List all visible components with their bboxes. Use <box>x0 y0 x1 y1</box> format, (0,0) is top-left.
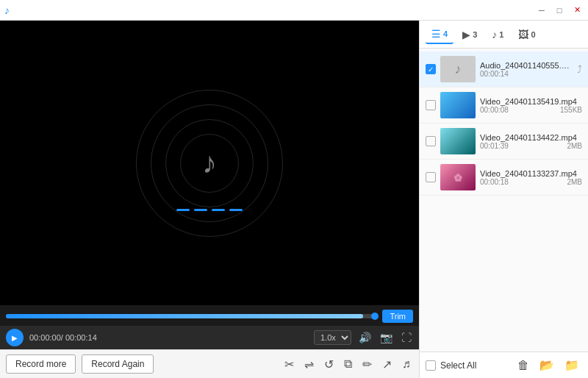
file-checkbox-3[interactable] <box>426 172 436 182</box>
time-current: 00:00:00 <box>29 333 61 342</box>
file-name-0: Audio_240401140555.mp3 <box>480 61 573 70</box>
file-name-1: Video_240401135419.mp4 <box>480 97 582 106</box>
app-icon: ♪ <box>4 4 10 16</box>
file-checkbox-0[interactable]: ✓ <box>426 64 436 74</box>
tab-image-count: 0 <box>531 30 535 39</box>
music-visual: ♪ <box>136 90 283 237</box>
file-size-1: 155KB <box>560 106 582 114</box>
file-duration-1: 00:00:08 <box>480 106 509 114</box>
audio-icon[interactable]: ♬ <box>400 355 413 373</box>
tab-audio-count: 1 <box>499 30 503 39</box>
file-size-2: 2MB <box>567 142 582 150</box>
select-all-checkbox[interactable] <box>426 360 436 371</box>
left-panel: ♪ Trim ▶ 00:00:00/ 00:00:14 <box>0 21 419 378</box>
video-icon: ▶ <box>462 29 470 40</box>
select-bar: Select All 🗑 📂 📁 <box>420 352 588 378</box>
refresh-icon[interactable]: ↺ <box>322 355 336 374</box>
list-item[interactable]: Video_240401135419.mp4 00:00:08 155KB <box>420 88 588 124</box>
tab-all-count: 4 <box>443 29 448 38</box>
file-thumb-2 <box>440 128 476 154</box>
open-folder-icon[interactable]: 📁 <box>562 357 582 374</box>
controls-bar: ▶ 00:00:00/ 00:00:14 0.5x 1.0x 1.5x 2.0x… <box>0 326 419 349</box>
file-duration-0: 00:00:14 <box>480 70 509 78</box>
tab-image[interactable]: 🖼 0 <box>512 26 541 43</box>
tab-bar: ☰ 4 ▶ 3 ♪ 1 🖼 0 <box>420 21 588 49</box>
image-icon: 🖼 <box>518 29 528 40</box>
file-meta-1: 00:00:08 155KB <box>480 106 582 114</box>
file-checkbox-1[interactable] <box>426 100 436 110</box>
time-display: 00:00:00/ 00:00:14 <box>29 333 97 342</box>
dash-1 <box>176 209 190 211</box>
file-info-3: Video_240401133237.mp4 00:00:18 2MB <box>480 169 582 186</box>
list-item[interactable]: Video_240401134422.mp4 00:01:39 2MB <box>420 124 588 160</box>
select-all-label: Select All <box>440 360 476 371</box>
copy-icon[interactable]: ⧉ <box>342 355 354 373</box>
progress-area: Trim <box>0 305 419 326</box>
time-total: 00:00:14 <box>65 333 97 342</box>
file-thumb-0: ♪ <box>440 56 476 82</box>
tab-audio[interactable]: ♪ 1 <box>486 26 509 43</box>
audio-dashes <box>176 209 243 211</box>
file-duration-2: 00:01:39 <box>480 142 509 150</box>
title-bar: ♪ ─ □ ✕ <box>0 0 588 21</box>
maximize-button[interactable]: □ <box>553 4 566 17</box>
file-share-0[interactable]: ⤴ <box>577 63 582 75</box>
file-thumb-1 <box>440 92 476 118</box>
progress-bar[interactable] <box>6 314 378 318</box>
file-meta-2: 00:01:39 2MB <box>480 142 582 150</box>
cut-icon[interactable]: ✂ <box>282 355 296 374</box>
edit-icon[interactable]: ✏ <box>360 355 374 374</box>
right-panel: ☰ 4 ▶ 3 ♪ 1 🖼 0 ✓ ♪ <box>419 21 588 378</box>
list-item[interactable]: ✓ ♪ Audio_240401140555.mp3 00:00:14 ⤴ <box>420 51 588 88</box>
file-checkbox-2[interactable] <box>426 136 436 146</box>
fullscreen-icon[interactable]: ⛶ <box>400 330 413 345</box>
file-meta-3: 00:00:18 2MB <box>480 178 582 186</box>
file-duration-3: 00:00:18 <box>480 178 509 186</box>
record-again-button[interactable]: Record Again <box>82 354 154 374</box>
folder-icon[interactable]: 📂 <box>537 357 557 374</box>
video-area: ♪ <box>0 21 419 305</box>
file-meta-0: 00:00:14 <box>480 70 573 78</box>
minimize-button[interactable]: ─ <box>535 4 548 17</box>
trim-button[interactable]: Trim <box>382 310 413 323</box>
file-info-2: Video_240401134422.mp4 00:01:39 2MB <box>480 133 582 150</box>
tab-video[interactable]: ▶ 3 <box>456 26 483 43</box>
dash-3 <box>212 209 225 211</box>
file-list: ✓ ♪ Audio_240401140555.mp3 00:00:14 ⤴ <box>420 49 588 352</box>
play-button[interactable]: ▶ <box>6 329 24 346</box>
delete-icon[interactable]: 🗑 <box>514 357 532 374</box>
record-more-button[interactable]: Record more <box>6 354 76 374</box>
tab-video-count: 3 <box>473 30 477 39</box>
share-icon[interactable]: ↗ <box>380 355 394 374</box>
file-name-3: Video_240401133237.mp4 <box>480 169 582 178</box>
file-thumb-3: 🌸 <box>440 164 476 190</box>
screenshot-icon[interactable]: 📷 <box>379 330 394 345</box>
bottom-bar: Record more Record Again ✂ ⇌ ↺ ⧉ ✏ ↗ ♬ <box>0 349 419 378</box>
dash-2 <box>194 209 207 211</box>
tab-all[interactable]: ☰ 4 <box>426 25 453 44</box>
list-item[interactable]: 🌸 Video_240401133237.mp4 00:00:18 2MB <box>420 160 588 196</box>
volume-icon[interactable]: 🔊 <box>357 330 373 345</box>
audio-tab-icon: ♪ <box>492 29 497 40</box>
progress-knob[interactable] <box>371 313 379 320</box>
file-size-3: 2MB <box>567 178 582 186</box>
dash-4 <box>229 209 243 211</box>
music-note-icon: ♪ <box>202 146 217 179</box>
progress-fill <box>6 314 363 318</box>
file-name-2: Video_240401134422.mp4 <box>480 133 582 142</box>
close-button[interactable]: ✕ <box>570 4 584 17</box>
file-info-0: Audio_240401140555.mp3 00:00:14 <box>480 61 573 78</box>
speed-select[interactable]: 0.5x 1.0x 1.5x 2.0x <box>314 330 351 345</box>
align-icon[interactable]: ⇌ <box>302 355 316 374</box>
list-icon: ☰ <box>431 28 441 40</box>
audio-thumb-icon: ♪ <box>455 62 462 77</box>
main-container: ♪ Trim ▶ 00:00:00/ 00:00:14 <box>0 21 588 378</box>
file-info-1: Video_240401135419.mp4 00:00:08 155KB <box>480 97 582 114</box>
